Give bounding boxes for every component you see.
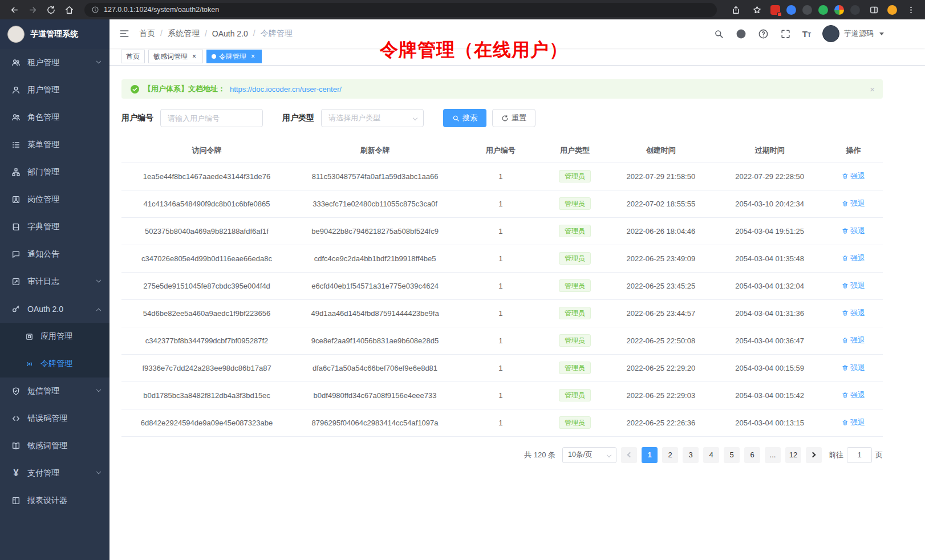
sidebar-item-role[interactable]: 角色管理 <box>0 104 109 131</box>
force-logout-button[interactable]: 强退 <box>842 226 865 236</box>
chevron-down-icon <box>607 452 611 457</box>
sidebar-item-oauth2-token[interactable]: 令牌管理 <box>0 350 109 378</box>
access-token-cell: f9336e7c7dd242a283ee98dc86b17a87 <box>121 354 292 382</box>
force-logout-button[interactable]: 强退 <box>842 390 865 400</box>
reset-button[interactable]: 重置 <box>492 109 535 127</box>
font-size-icon[interactable]: TT <box>802 29 811 39</box>
page-button[interactable]: 5 <box>724 447 740 463</box>
help-icon[interactable] <box>758 29 769 39</box>
sidebar-item-tenant[interactable]: 租户管理 <box>0 49 109 76</box>
user-type-badge: 管理员 <box>559 252 591 265</box>
delete-icon <box>842 337 849 344</box>
sidebar-item-user[interactable]: 用户管理 <box>0 76 109 104</box>
page-button[interactable]: 1 <box>642 447 658 463</box>
tab-home[interactable]: 首页 <box>121 50 145 63</box>
yen-icon: ¥ <box>11 469 21 478</box>
user-type-select[interactable]: 请选择用户类型 <box>321 109 424 127</box>
people-icon <box>11 58 21 67</box>
more-pages-button[interactable]: ... <box>765 447 781 463</box>
extension-icon-4[interactable] <box>818 5 828 15</box>
force-logout-button[interactable]: 强退 <box>842 363 865 373</box>
sidebar-item-sms[interactable]: 短信管理 <box>0 378 109 405</box>
close-alert-icon[interactable] <box>870 84 875 94</box>
force-logout-button[interactable]: 强退 <box>842 335 865 346</box>
page-button[interactable]: 12 <box>785 447 801 463</box>
browser-menu-icon[interactable] <box>903 2 918 17</box>
user-id-cell: 1 <box>458 190 543 217</box>
user-id-input[interactable] <box>160 109 263 127</box>
role-people-icon <box>11 113 21 122</box>
doc-link[interactable]: https://doc.iocoder.cn/user-center/ <box>230 85 342 94</box>
sidebar-item-dictionary[interactable]: 字典管理 <box>0 213 109 241</box>
back-icon[interactable] <box>7 2 22 17</box>
page-button[interactable]: 4 <box>703 447 719 463</box>
github-icon[interactable] <box>736 29 747 39</box>
goto-page-input[interactable] <box>847 447 872 463</box>
page-button[interactable]: 3 <box>683 447 699 463</box>
extension-icon-2[interactable] <box>786 5 796 15</box>
sidebar-item-department[interactable]: 部门管理 <box>0 159 109 186</box>
col-actions: 操作 <box>824 139 883 163</box>
sidebar-collapse-icon[interactable] <box>119 28 130 39</box>
search-icon[interactable] <box>713 29 724 39</box>
share-icon[interactable] <box>728 2 743 17</box>
url-text[interactable]: 127.0.0.1:1024/system/oauth2/token <box>104 6 219 14</box>
auth-key-icon <box>11 305 21 314</box>
tab-token-management[interactable]: 令牌管理 <box>206 50 262 63</box>
sidebar-item-menu[interactable]: 菜单管理 <box>0 131 109 159</box>
sidebar-item-payment[interactable]: ¥ 支付管理 <box>0 460 109 487</box>
fullscreen-icon[interactable] <box>780 29 791 39</box>
profile-avatar-icon[interactable] <box>887 5 897 15</box>
split-view-icon[interactable] <box>866 2 881 17</box>
sidebar-item-sensitive-words[interactable]: 敏感词管理 <box>0 432 109 460</box>
sidebar: 芋道管理系统 租户管理 用户管理 角色管理 菜单管理 部门管理 <box>0 19 109 560</box>
created-at-cell: 2022-07-02 18:55:55 <box>606 190 715 217</box>
force-logout-button[interactable]: 强退 <box>842 308 865 318</box>
force-logout-button[interactable]: 强退 <box>842 417 865 428</box>
app-logo-row[interactable]: 芋道管理系统 <box>0 19 109 49</box>
reload-icon[interactable] <box>43 2 58 17</box>
created-at-cell: 2022-06-25 22:50:08 <box>606 327 715 354</box>
oauth2-submenu: 应用管理 令牌管理 <box>0 323 109 378</box>
close-tab-icon[interactable] <box>190 53 198 60</box>
page-size-select[interactable]: 10条/页 <box>562 447 616 463</box>
sidebar-item-oauth2[interactable]: OAuth 2.0 <box>0 295 109 323</box>
sidebar-item-notice[interactable]: 通知公告 <box>0 241 109 268</box>
extension-icon-1[interactable] <box>770 5 780 15</box>
user-menu[interactable]: 芋道源码 <box>822 25 884 42</box>
delete-icon <box>842 310 849 316</box>
page-button[interactable]: 2 <box>662 447 678 463</box>
org-tree-icon <box>11 168 21 177</box>
tab-sensitive-words[interactable]: 敏感词管理 <box>148 50 203 63</box>
extension-icon-5[interactable] <box>850 5 860 15</box>
prev-page-button[interactable] <box>621 447 637 463</box>
force-logout-button[interactable]: 强退 <box>842 281 865 291</box>
chevron-up-icon <box>96 309 101 313</box>
next-page-button[interactable] <box>806 447 822 463</box>
page-button[interactable]: 6 <box>744 447 760 463</box>
site-info-icon[interactable] <box>91 6 99 14</box>
force-logout-button[interactable]: 强退 <box>842 253 865 263</box>
table-row: c342377bf8b344799dcbf7bf095287f2 9ce8ef2… <box>121 327 883 354</box>
breadcrumb-system[interactable]: 系统管理 <box>160 29 200 39</box>
search-button[interactable]: 搜索 <box>443 109 486 127</box>
force-logout-button[interactable]: 强退 <box>842 171 865 181</box>
breadcrumb-home[interactable]: 首页 <box>139 29 155 39</box>
breadcrumb-oauth2[interactable]: OAuth 2.0 <box>205 29 248 38</box>
force-logout-button[interactable]: 强退 <box>842 198 865 209</box>
bookmark-star-icon[interactable] <box>749 2 764 17</box>
created-at-cell: 2022-06-26 18:04:46 <box>606 217 715 245</box>
sidebar-item-post[interactable]: 岗位管理 <box>0 186 109 213</box>
sidebar-item-report-designer[interactable]: 报表设计器 <box>0 487 109 514</box>
access-token-cell: 502375b8040a469a9b82188afdf6af1f <box>121 217 292 245</box>
close-tab-icon[interactable] <box>249 53 257 60</box>
report-design-icon <box>11 496 21 505</box>
sidebar-item-oauth2-app[interactable]: 应用管理 <box>0 323 109 350</box>
forward-icon[interactable] <box>25 2 40 17</box>
extension-icon-3[interactable] <box>802 5 812 15</box>
extensions-puzzle-icon[interactable] <box>834 5 844 15</box>
sidebar-item-error-code[interactable]: 错误码管理 <box>0 405 109 432</box>
home-icon[interactable] <box>62 2 76 17</box>
address-bar[interactable]: 127.0.0.1:1024/system/oauth2/token <box>84 3 717 17</box>
sidebar-item-audit-log[interactable]: 审计日志 <box>0 268 109 295</box>
